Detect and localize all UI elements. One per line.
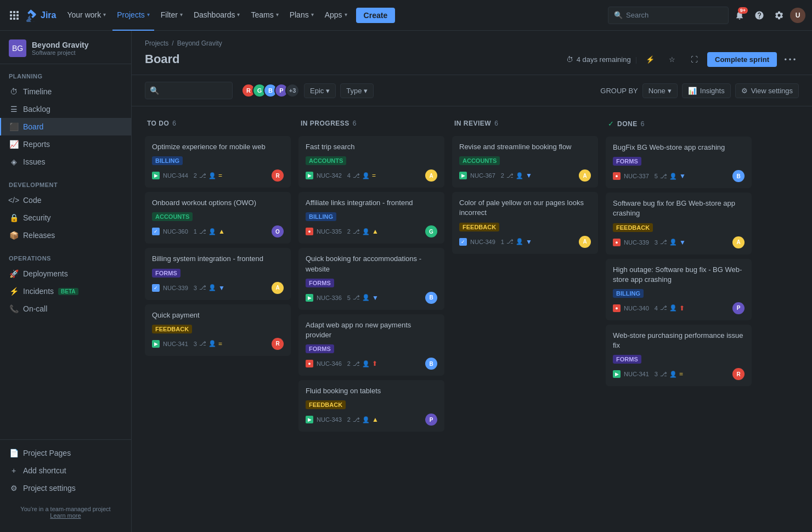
board-header: Board ⏱ 4 days remaining | ⚡ ☆ ⛶ Complet… bbox=[145, 50, 799, 68]
breadcrumb-projects[interactable]: Projects bbox=[145, 39, 168, 47]
epic-label: Epic bbox=[310, 87, 324, 95]
help-button[interactable] bbox=[751, 7, 768, 24]
releases-icon: 📦 bbox=[9, 230, 19, 240]
card-NUC-337[interactable]: BugFix BG Web-store app crashing FORMS ●… bbox=[606, 137, 752, 188]
topnav-apps[interactable]: Apps ▾ bbox=[320, 0, 352, 31]
topnav-filter[interactable]: Filter ▾ bbox=[156, 0, 187, 31]
card-avatar: A bbox=[732, 236, 745, 248]
card-NUC-349[interactable]: Color of pale yellow on our pages looks … bbox=[452, 192, 598, 253]
jira-logo[interactable]: Jira bbox=[24, 9, 56, 22]
sidebar: BG Beyond Gravity Software project PLANN… bbox=[0, 31, 132, 532]
complete-sprint-button[interactable]: Complete sprint bbox=[707, 52, 777, 67]
card-title: Affiliate links integration - frontend bbox=[306, 198, 437, 208]
project-type: Software project bbox=[32, 49, 88, 56]
board-search[interactable]: 🔍 bbox=[145, 82, 233, 99]
topnav-dashboards[interactable]: Dashboards ▾ bbox=[189, 0, 245, 31]
card-footer: ▶ NUC-341 3 ⎇ 👤 = R bbox=[152, 338, 284, 350]
card-avatar: B bbox=[425, 358, 437, 370]
card-avatar: A bbox=[272, 282, 284, 294]
card-NUC-343[interactable]: Fluid booking on tablets FEEDBACK ▶ NUC-… bbox=[298, 380, 444, 432]
priority-high-icon: ▲ bbox=[218, 228, 225, 235]
sidebar-item-board[interactable]: ⬛ Board bbox=[0, 118, 131, 135]
sidebar-item-deployments[interactable]: 🚀 Deployments bbox=[0, 265, 131, 282]
card-title: Software bug fix for BG Web-store app cr… bbox=[613, 199, 745, 218]
card-NUC-339[interactable]: Billing system integration - frontend FO… bbox=[145, 248, 291, 299]
card-NUC-336[interactable]: Quick booking for accommodations - websi… bbox=[298, 248, 444, 309]
breadcrumb-project[interactable]: Beyond Gravity bbox=[177, 39, 222, 47]
priority-low-icon: ▼ bbox=[679, 239, 686, 246]
topnav-projects[interactable]: Projects ▾ bbox=[112, 0, 154, 31]
fullscreen-button[interactable]: ⛶ bbox=[685, 50, 703, 68]
card-title: Optimize experience for mobile web bbox=[152, 142, 284, 152]
sidebar-item-project-pages[interactable]: 📄 Project Pages bbox=[0, 444, 131, 462]
more-options-button[interactable]: • • • bbox=[781, 50, 799, 68]
sidebar-item-reports[interactable]: 📈 Reports bbox=[0, 135, 131, 153]
people-icon: 👤 bbox=[362, 360, 370, 367]
star-button[interactable]: ☆ bbox=[663, 50, 681, 68]
card-id: NUC-339 bbox=[163, 285, 188, 291]
sidebar-item-timeline[interactable]: ⏱ Timeline bbox=[0, 83, 131, 100]
card-badge: FORMS bbox=[152, 269, 181, 278]
board-search-input[interactable] bbox=[162, 87, 228, 95]
more-avatars[interactable]: +3 bbox=[285, 83, 300, 98]
card-badge: BILLING bbox=[152, 156, 183, 165]
view-settings-button[interactable]: ⚙ View settings bbox=[735, 83, 799, 98]
card-NUC-342[interactable]: Fast trip search ACCOUNTS ▶ NUC-342 4 ⎇ … bbox=[298, 136, 444, 188]
type-filter[interactable]: Type ▾ bbox=[340, 83, 374, 98]
card-NUC-341[interactable]: Web-store purchasing performance issue f… bbox=[606, 325, 752, 386]
story-type-icon: ▶ bbox=[306, 172, 313, 179]
card-NUC-340[interactable]: High outage: Software bug fix - BG Web-s… bbox=[606, 259, 752, 320]
top-navigation: Jira Your work ▾ Projects ▾ Filter ▾ Das… bbox=[0, 0, 812, 31]
card-avatar: R bbox=[272, 169, 284, 182]
user-avatar[interactable]: U bbox=[790, 8, 805, 23]
sidebar-item-issues[interactable]: ◈ Issues bbox=[0, 153, 131, 171]
search-bar[interactable]: 🔍 Search bbox=[608, 7, 729, 24]
priority-low-icon: ▼ bbox=[526, 238, 532, 246]
chevron-down-icon: ▾ bbox=[180, 12, 183, 18]
epic-filter[interactable]: Epic ▾ bbox=[304, 83, 336, 98]
branch-icon: ⎇ bbox=[660, 371, 667, 378]
sidebar-item-code[interactable]: </> Code bbox=[0, 191, 131, 209]
sidebar-item-incidents[interactable]: ⚡ Incidents BETA bbox=[0, 282, 131, 300]
sidebar-project[interactable]: BG Beyond Gravity Software project bbox=[0, 31, 131, 64]
grid-menu-icon[interactable] bbox=[7, 8, 22, 23]
content-header: Projects / Beyond Gravity Board ⏱ 4 days… bbox=[132, 31, 812, 75]
card-title: High outage: Software bug fix - BG Web-s… bbox=[613, 265, 745, 285]
operations-section: OPERATIONS 🚀 Deployments ⚡ Incidents BET… bbox=[0, 246, 131, 320]
card-meta: 4 ⎇ 👤 ⬆ bbox=[655, 304, 685, 312]
oncall-icon: 📞 bbox=[9, 304, 19, 314]
settings-button[interactable] bbox=[770, 7, 788, 24]
group-by-select[interactable]: None ▾ bbox=[642, 83, 678, 98]
card-badge: BILLING bbox=[613, 289, 644, 298]
lightning-button[interactable]: ⚡ bbox=[641, 50, 659, 68]
branch-icon: ⎇ bbox=[199, 228, 206, 235]
card-NUC-360[interactable]: Onboard workout options (OWO) ACCOUNTS ✓… bbox=[145, 192, 291, 244]
create-button[interactable]: Create bbox=[356, 8, 396, 23]
sidebar-item-oncall[interactable]: 📞 On-call bbox=[0, 300, 131, 318]
story-type-icon: ▶ bbox=[152, 340, 160, 348]
card-NUC-367[interactable]: Revise and streamline booking flow ACCOU… bbox=[452, 136, 598, 188]
insights-button[interactable]: 📊 Insights bbox=[682, 83, 731, 98]
sidebar-item-project-settings[interactable]: ⚙ Project settings bbox=[0, 479, 131, 497]
card-NUC-341[interactable]: Quick payment FEEDBACK ▶ NUC-341 3 ⎇ 👤 =… bbox=[145, 304, 291, 356]
sidebar-item-backlog[interactable]: ☰ Backlog bbox=[0, 100, 131, 118]
notifications-button[interactable]: 9+ bbox=[731, 7, 748, 24]
topnav-plans[interactable]: Plans ▾ bbox=[285, 0, 318, 31]
priority-low-icon: ▼ bbox=[526, 172, 532, 179]
topnav-your-work[interactable]: Your work ▾ bbox=[63, 0, 110, 31]
svg-rect-6 bbox=[10, 18, 12, 20]
sidebar-item-add-shortcut[interactable]: + Add shortcut bbox=[0, 462, 131, 479]
sidebar-item-releases[interactable]: 📦 Releases bbox=[0, 227, 131, 244]
topnav-teams[interactable]: Teams ▾ bbox=[246, 0, 283, 31]
card-badge: FORMS bbox=[613, 355, 641, 364]
board-icon: ⬛ bbox=[9, 122, 19, 132]
sidebar-item-security[interactable]: 🔒 Security bbox=[0, 209, 131, 227]
card-NUC-344[interactable]: Optimize experience for mobile web BILLI… bbox=[145, 136, 291, 188]
card-meta: 1 ⎇ 👤 ▲ bbox=[194, 228, 225, 235]
card-NUC-346[interactable]: Adapt web app no new payments provider F… bbox=[298, 314, 444, 376]
card-NUC-335[interactable]: Affiliate links integration - frontend B… bbox=[298, 192, 444, 244]
issues-icon: ◈ bbox=[9, 157, 19, 167]
card-meta: 5 ⎇ 👤 ▼ bbox=[655, 172, 686, 180]
card-NUC-339[interactable]: Software bug fix for BG Web-store app cr… bbox=[606, 193, 752, 254]
learn-more-link[interactable]: Learn more bbox=[9, 512, 122, 519]
